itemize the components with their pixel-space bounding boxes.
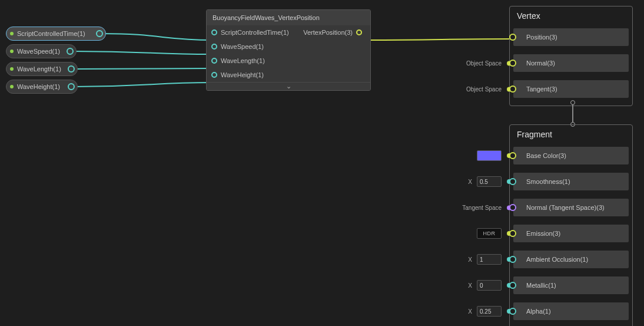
slot-label: Normal(3) bbox=[526, 60, 555, 67]
slot-port[interactable] bbox=[509, 152, 516, 159]
input-label: WaveLength(1) bbox=[221, 57, 265, 64]
slot-port[interactable] bbox=[509, 308, 516, 315]
output-port[interactable] bbox=[68, 65, 75, 73]
param-label: ScriptControlledTime(1) bbox=[17, 30, 85, 37]
slot-port[interactable] bbox=[509, 256, 516, 263]
slot-tangent[interactable]: Object Space Tangent(3) bbox=[513, 78, 629, 100]
slot-port[interactable] bbox=[509, 178, 516, 185]
output-vertexposition[interactable]: VertexPosition(3) bbox=[298, 25, 370, 39]
slot-label: Metallic(1) bbox=[526, 282, 556, 289]
slot-label: Emission(3) bbox=[526, 230, 560, 237]
slot-label: Base Color(3) bbox=[526, 152, 566, 159]
param-label: WaveLength(1) bbox=[17, 65, 61, 73]
param-label: WaveHeight(1) bbox=[17, 83, 60, 90]
slot-label: Smoothness(1) bbox=[526, 178, 570, 185]
slot-label: Ambient Occlusion(1) bbox=[526, 256, 588, 263]
shader-graph-canvas[interactable]: ScriptControlledTime(1) WaveSpeed(1) Wav… bbox=[0, 0, 644, 326]
input-label: WaveHeight(1) bbox=[221, 71, 264, 78]
input-port[interactable] bbox=[211, 29, 217, 35]
input-wavespeed[interactable]: WaveSpeed(1) bbox=[207, 39, 298, 54]
input-port[interactable] bbox=[211, 58, 217, 64]
input-wavelength[interactable]: WaveLength(1) bbox=[207, 54, 298, 68]
master-title: Vertex bbox=[510, 6, 632, 27]
node-title: BuoyancyFieldWaves_VertexPosition bbox=[207, 10, 370, 25]
slot-port[interactable] bbox=[509, 60, 516, 67]
output-port[interactable] bbox=[356, 29, 362, 35]
property-type-icon bbox=[10, 50, 14, 53]
slot-basecolor[interactable]: Base Color(3) bbox=[513, 145, 629, 166]
x-label: X bbox=[468, 308, 473, 315]
param-scriptcontrolledtime[interactable]: ScriptControlledTime(1) bbox=[6, 27, 106, 41]
slot-label: Normal (Tangent Space)(3) bbox=[526, 204, 605, 211]
property-type-icon bbox=[10, 32, 14, 35]
slot-label: Alpha(1) bbox=[526, 308, 551, 315]
hdr-label: HDR bbox=[483, 230, 496, 236]
input-port[interactable] bbox=[211, 44, 217, 50]
slot-label: Tangent(3) bbox=[526, 85, 557, 93]
master-fragment[interactable]: Fragment Base Color(3) X Smoothness(1) T… bbox=[509, 124, 633, 326]
number-field[interactable] bbox=[477, 280, 502, 291]
output-label: VertexPosition(3) bbox=[303, 29, 353, 36]
master-vertex[interactable]: Vertex Position(3) Object Space Normal(3… bbox=[509, 6, 633, 106]
output-port[interactable] bbox=[67, 48, 74, 55]
chevron-down-icon: ⌄ bbox=[286, 83, 291, 90]
slot-label: Position(3) bbox=[526, 34, 557, 41]
output-port[interactable] bbox=[68, 83, 75, 90]
slot-metallic[interactable]: X Metallic(1) bbox=[513, 275, 629, 296]
hdr-swatch[interactable]: HDR bbox=[477, 228, 502, 239]
slot-port[interactable] bbox=[509, 230, 516, 237]
slot-alpha[interactable]: X Alpha(1) bbox=[513, 301, 629, 322]
expand-node-button[interactable]: ⌄ bbox=[207, 82, 370, 90]
slot-position[interactable]: Position(3) bbox=[513, 27, 629, 48]
x-label: X bbox=[468, 256, 473, 263]
slot-normal-tangent[interactable]: Tangent Space Normal (Tangent Space)(3) bbox=[513, 197, 629, 218]
node-buoyancyfieldwaves[interactable]: BuoyancyFieldWaves_VertexPosition Script… bbox=[206, 9, 371, 91]
number-field[interactable] bbox=[477, 176, 502, 187]
property-type-icon bbox=[10, 85, 14, 88]
slot-port[interactable] bbox=[509, 204, 516, 211]
param-waveheight[interactable]: WaveHeight(1) bbox=[6, 80, 78, 94]
master-title: Fragment bbox=[510, 125, 632, 145]
param-wavelength[interactable]: WaveLength(1) bbox=[6, 62, 78, 76]
color-swatch[interactable] bbox=[477, 150, 502, 161]
number-field[interactable] bbox=[477, 254, 502, 265]
slot-smoothness[interactable]: X Smoothness(1) bbox=[513, 171, 629, 192]
slot-port[interactable] bbox=[509, 34, 516, 41]
slot-ao[interactable]: X Ambient Occlusion(1) bbox=[513, 249, 629, 270]
slot-port[interactable] bbox=[509, 85, 516, 93]
property-type-icon bbox=[10, 67, 14, 71]
slot-port[interactable] bbox=[509, 282, 516, 289]
slot-emission[interactable]: HDR Emission(3) bbox=[513, 223, 629, 244]
input-scriptcontrolledtime[interactable]: ScriptControlledTime(1) bbox=[207, 25, 298, 39]
slot-normal[interactable]: Object Space Normal(3) bbox=[513, 52, 629, 74]
stack-connector bbox=[572, 103, 573, 124]
number-field[interactable] bbox=[477, 306, 502, 317]
output-port[interactable] bbox=[96, 30, 103, 37]
input-waveheight[interactable]: WaveHeight(1) bbox=[207, 68, 298, 82]
x-label: X bbox=[468, 179, 473, 185]
connector-cap-top bbox=[570, 100, 575, 105]
param-label: WaveSpeed(1) bbox=[17, 48, 60, 55]
input-label: ScriptControlledTime(1) bbox=[221, 29, 289, 36]
space-dropdown[interactable]: Tangent Space bbox=[462, 205, 502, 211]
space-dropdown[interactable]: Object Space bbox=[466, 60, 502, 67]
x-label: X bbox=[468, 282, 473, 289]
input-port[interactable] bbox=[211, 72, 217, 78]
space-dropdown[interactable]: Object Space bbox=[466, 86, 502, 93]
param-wavespeed[interactable]: WaveSpeed(1) bbox=[6, 44, 77, 58]
input-label: WaveSpeed(1) bbox=[221, 43, 264, 50]
